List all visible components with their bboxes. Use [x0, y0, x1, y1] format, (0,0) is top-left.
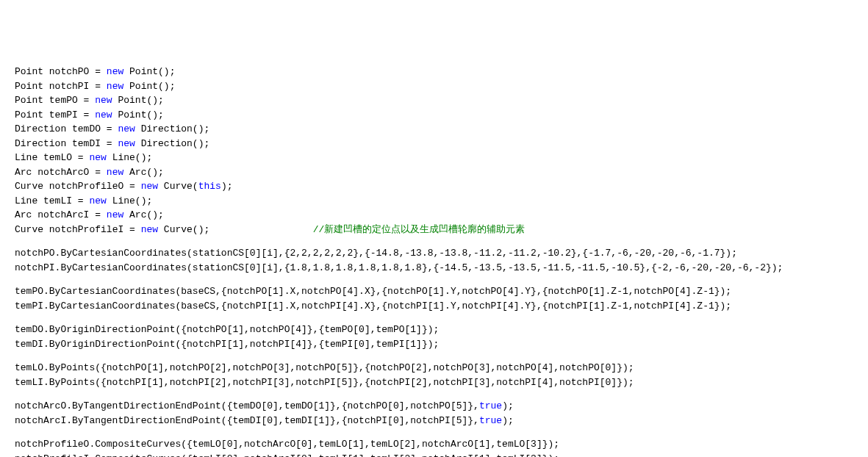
code-token: Line — [15, 152, 37, 163]
code-token: new — [141, 224, 158, 235]
code-token: this — [198, 181, 221, 192]
code-token: Curve( — [158, 181, 198, 192]
code-token: notchPI = — [43, 81, 107, 92]
code-line: temDO.ByOriginDirectionPoint({notchPO[1]… — [15, 323, 853, 337]
code-token: Arc — [15, 209, 32, 220]
code-line: temLO.ByPoints({notchPO[1],notchPO[2],no… — [15, 361, 853, 375]
code-token: temPO.ByCartesianCoordinates(baseCS,{not… — [15, 286, 731, 297]
blank-line — [15, 389, 853, 399]
blank-line — [15, 275, 853, 284]
code-line: notchArcO.ByTangentDirectionEndPoint({te… — [15, 399, 853, 414]
code-token: Line(); — [107, 152, 152, 163]
code-line: temDI.ByOriginDirectionPoint({notchPI[1]… — [15, 337, 853, 352]
code-token: temPI = — [43, 109, 95, 120]
code-token: ); — [502, 415, 514, 426]
code-token: ); — [502, 400, 514, 411]
code-token: Point — [15, 95, 43, 106]
code-token: Arc — [15, 167, 32, 178]
code-block: Point notchPO = new Point();Point notchP… — [15, 65, 853, 457]
code-line: Line temLO = new Line(); — [15, 151, 853, 165]
code-token: true — [479, 415, 502, 426]
blank-line — [15, 351, 853, 361]
code-token: Curve — [15, 181, 43, 192]
code-token: notchPO = — [43, 66, 107, 77]
code-token: new — [89, 195, 106, 206]
code-token: Line — [15, 195, 37, 206]
code-token: Direction(); — [135, 123, 209, 134]
code-line: notchProfileI.CompositeCurves({temLI[0],… — [15, 452, 853, 458]
code-token: new — [141, 181, 158, 192]
code-line: Point notchPI = new Point(); — [15, 79, 853, 94]
code-line: Curve notchProfileI = new Curve(); //新建凹… — [15, 223, 853, 237]
code-token: true — [479, 400, 502, 411]
code-line: Direction temDI = new Direction(); — [15, 137, 853, 151]
code-token: temPI.ByCartesianCoordinates(baseCS,{not… — [15, 301, 731, 312]
code-token: Curve(); — [158, 224, 209, 235]
code-line: Point temPO = new Point(); — [15, 93, 853, 108]
code-token: notchProfileO.CompositeCurves({temLO[0],… — [15, 439, 559, 450]
code-token: temLO = — [37, 152, 89, 163]
code-token: notchPI.ByCartesianCoordinates(stationCS… — [15, 262, 783, 273]
blank-line — [15, 313, 853, 323]
code-token: notchProfileO = — [43, 181, 141, 192]
code-token: temDI = — [66, 138, 118, 149]
code-token: new — [107, 209, 123, 220]
code-token: temLI.ByPoints({notchPI[1],notchPI[2],no… — [15, 377, 634, 388]
code-token: new — [89, 152, 106, 163]
code-token: Point(); — [112, 95, 164, 106]
code-token: temDO = — [66, 123, 118, 134]
code-token: notchProfileI.CompositeCurves({temLI[0],… — [15, 453, 559, 458]
code-token: Direction — [15, 123, 66, 134]
code-token: new — [107, 66, 123, 77]
code-token: notchProfileI = — [43, 224, 141, 235]
code-token: Arc(); — [123, 209, 164, 220]
code-line: temPI.ByCartesianCoordinates(baseCS,{not… — [15, 299, 853, 314]
code-token: new — [95, 95, 112, 106]
code-line: Line temLI = new Line(); — [15, 194, 853, 209]
code-line: Point notchPO = new Point(); — [15, 65, 853, 79]
code-token: //新建凹槽的定位点以及生成凹槽轮廓的辅助元素 — [313, 224, 526, 235]
code-token: Point(); — [123, 81, 175, 92]
code-token: temPO = — [43, 95, 95, 106]
code-token: Direction — [15, 138, 66, 149]
code-token: new — [118, 138, 134, 149]
code-line: notchArcI.ByTangentDirectionEndPoint({te… — [15, 414, 853, 428]
code-line: notchPO.ByCartesianCoordinates(stationCS… — [15, 246, 853, 261]
code-token: Point — [15, 109, 43, 120]
code-token: Point(); — [123, 66, 175, 77]
code-line: Direction temDO = new Direction(); — [15, 122, 853, 137]
code-token: new — [107, 167, 123, 178]
code-line: notchProfileO.CompositeCurves({temLO[0],… — [15, 437, 853, 452]
blank-line — [15, 428, 853, 437]
code-line: temLI.ByPoints({notchPI[1],notchPI[2],no… — [15, 375, 853, 390]
code-line: notchPI.ByCartesianCoordinates(stationCS… — [15, 261, 853, 276]
code-token: Point(); — [112, 109, 164, 120]
code-line: temPO.ByCartesianCoordinates(baseCS,{not… — [15, 284, 853, 299]
code-token — [209, 224, 312, 235]
code-token: temLI = — [37, 195, 89, 206]
code-token: notchArcO = — [32, 167, 106, 178]
code-token: temDO.ByOriginDirectionPoint({notchPO[1]… — [15, 324, 439, 335]
blank-line — [15, 237, 853, 246]
code-token: ); — [221, 181, 233, 192]
code-token: Point — [15, 66, 43, 77]
code-token: new — [107, 81, 123, 92]
code-line: Arc notchArcI = new Arc(); — [15, 208, 853, 223]
code-token: Line(); — [107, 195, 152, 206]
code-token: notchArcI.ByTangentDirectionEndPoint({te… — [15, 415, 479, 426]
code-token: new — [95, 109, 112, 120]
code-token: new — [118, 123, 134, 134]
code-line: Arc notchArcO = new Arc(); — [15, 165, 853, 180]
code-line: Curve notchProfileO = new Curve(this); — [15, 179, 853, 194]
code-token: notchArcI = — [32, 209, 106, 220]
code-token: temLO.ByPoints({notchPO[1],notchPO[2],no… — [15, 362, 634, 373]
code-token: notchArcO.ByTangentDirectionEndPoint({te… — [15, 400, 479, 411]
code-token: notchPO.ByCartesianCoordinates(stationCS… — [15, 248, 737, 259]
code-token: Arc(); — [123, 167, 164, 178]
code-token: temDI.ByOriginDirectionPoint({notchPI[1]… — [15, 339, 439, 350]
code-token: Curve — [15, 224, 43, 235]
code-token: Point — [15, 81, 43, 92]
code-token: Direction(); — [135, 138, 209, 149]
code-line: Point temPI = new Point(); — [15, 108, 853, 123]
